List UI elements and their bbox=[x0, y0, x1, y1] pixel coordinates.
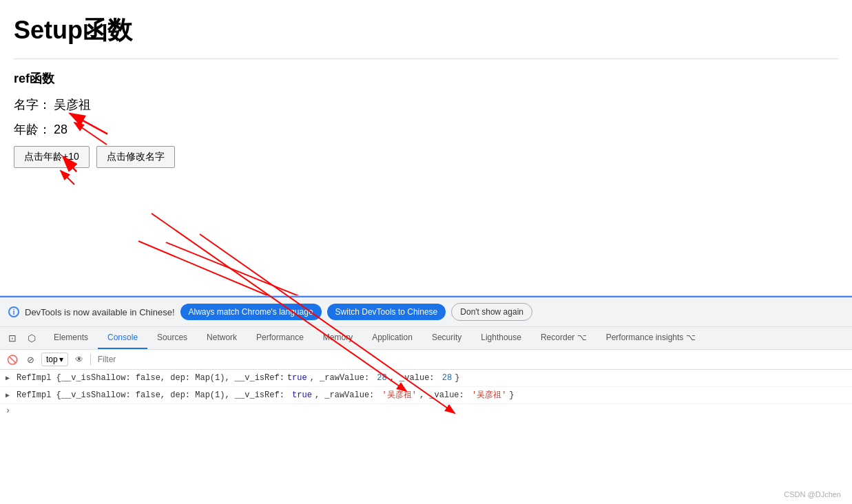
context-selector[interactable]: top ▾ bbox=[41, 353, 68, 366]
console-line1-num: 28 bbox=[377, 372, 386, 384]
context-label: top bbox=[46, 355, 58, 364]
console-toolbar: 🚫 ⊘ top ▾ 👁 bbox=[0, 350, 852, 370]
block-icon[interactable]: ⊘ bbox=[23, 353, 37, 366]
console-line2-true: true bbox=[292, 389, 312, 401]
console-line1-val: 28 bbox=[442, 372, 452, 384]
context-chevron: ▾ bbox=[59, 355, 63, 364]
console-line2-str2: '吴彦祖' bbox=[472, 389, 506, 401]
tab-performance[interactable]: Performance bbox=[247, 327, 313, 349]
tab-console[interactable]: Console bbox=[98, 327, 147, 349]
name-change-button[interactable]: 点击修改名字 bbox=[96, 146, 175, 168]
age-value: 28 bbox=[54, 123, 67, 137]
svg-line-3 bbox=[166, 242, 448, 295]
tab-performance-insights[interactable]: Performance insights ⌥ bbox=[596, 327, 705, 349]
tab-lighthouse[interactable]: Lighthouse bbox=[471, 327, 531, 349]
age-increment-button[interactable]: 点击年龄+10 bbox=[14, 146, 90, 168]
notification-text: DevTools is now available in Chinese! bbox=[25, 307, 175, 317]
button-row: 点击年龄+10 点击修改名字 bbox=[14, 146, 838, 168]
main-content: Setup函数 ref函数 名字： 吴彦祖 年龄： 28 点击年龄+10 点击修… bbox=[0, 0, 852, 296]
console-line2-str1: '吴彦祖' bbox=[382, 389, 417, 401]
console-line2-close: } bbox=[509, 389, 514, 401]
name-row: 名字： 吴彦祖 bbox=[14, 96, 838, 113]
switch-chinese-button[interactable]: Switch DevTools to Chinese bbox=[327, 304, 446, 320]
always-match-button[interactable]: Always match Chrome's language bbox=[180, 304, 322, 320]
console-line1-end: , _value: bbox=[390, 372, 439, 384]
tab-elements[interactable]: Elements bbox=[44, 327, 98, 349]
inspect-icon[interactable]: ⊡ bbox=[4, 330, 21, 346]
device-toolbar-icon[interactable]: ⬡ bbox=[23, 330, 40, 346]
tab-application[interactable]: Application bbox=[362, 327, 422, 349]
age-row: 年龄： 28 bbox=[14, 121, 838, 138]
watermark: CSDN @DJchen bbox=[784, 490, 841, 498]
console-line1-close: } bbox=[455, 372, 459, 384]
page-title: Setup函数 bbox=[14, 14, 838, 48]
name-label: 名字： bbox=[14, 96, 51, 113]
expand-icon-2[interactable]: ▶ bbox=[6, 390, 10, 401]
language-notification: i DevTools is now available in Chinese! … bbox=[0, 297, 852, 327]
section-label: ref函数 bbox=[14, 70, 838, 87]
expand-icon-1[interactable]: ▶ bbox=[6, 373, 10, 384]
console-line2-val-label: , _value: bbox=[419, 389, 469, 401]
eye-icon[interactable]: 👁 bbox=[72, 353, 86, 366]
console-line-2: ▶ RefImpl {__v_isShallow: false, dep: Ma… bbox=[0, 387, 852, 404]
console-line2-mid: , _rawValue: bbox=[315, 389, 380, 401]
console-line1-prefix: RefImpl {__v_isShallow: false, dep: Map(… bbox=[17, 372, 284, 384]
console-line2-prefix: RefImpl {__v_isShallow: false, dep: Map(… bbox=[17, 389, 289, 401]
tab-recorder[interactable]: Recorder ⌥ bbox=[531, 327, 596, 349]
console-filter-input[interactable] bbox=[95, 353, 846, 366]
console-line1-mid: , _rawValue: bbox=[310, 372, 375, 384]
console-line1-true: true bbox=[287, 372, 307, 384]
console-output: ▶ RefImpl {__v_isShallow: false, dep: Ma… bbox=[0, 370, 852, 504]
tab-network[interactable]: Network bbox=[197, 327, 247, 349]
devtools-tabs: ⊡ ⬡ Elements Console Sources Network Per… bbox=[0, 327, 852, 350]
devtools-panel: i DevTools is now available in Chinese! … bbox=[0, 296, 852, 504]
dont-show-button[interactable]: Don't show again bbox=[451, 303, 532, 321]
tab-icons: ⊡ ⬡ bbox=[0, 330, 44, 346]
console-line-1: ▶ RefImpl {__v_isShallow: false, dep: Ma… bbox=[0, 370, 852, 387]
console-prompt[interactable]: › bbox=[0, 404, 852, 418]
tab-memory[interactable]: Memory bbox=[313, 327, 362, 349]
clear-console-icon[interactable]: 🚫 bbox=[6, 353, 19, 366]
toolbar-divider bbox=[90, 354, 91, 365]
svg-line-2 bbox=[138, 241, 399, 295]
tab-sources[interactable]: Sources bbox=[147, 327, 197, 349]
divider bbox=[14, 59, 838, 59]
info-icon: i bbox=[8, 306, 19, 317]
name-value: 吴彦祖 bbox=[54, 96, 91, 113]
tab-security[interactable]: Security bbox=[422, 327, 471, 349]
age-label: 年龄： bbox=[14, 121, 51, 138]
